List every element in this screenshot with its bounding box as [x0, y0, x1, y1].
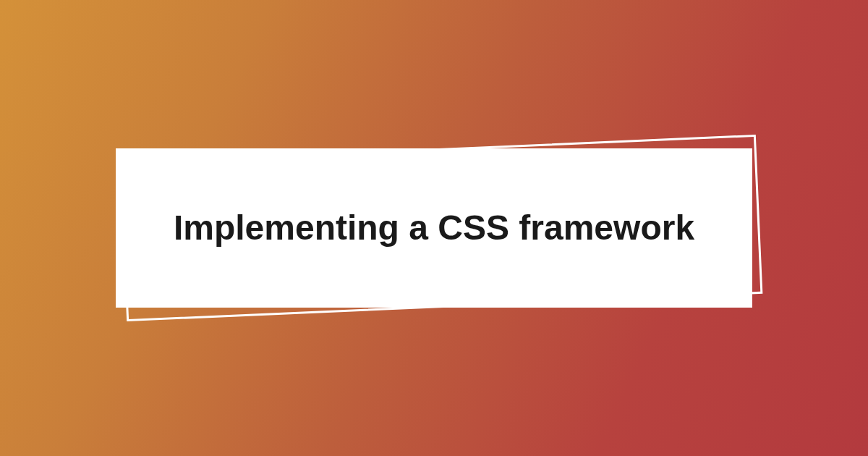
- card-title: Implementing a CSS framework: [130, 206, 738, 250]
- title-card: Implementing a CSS framework: [116, 148, 752, 308]
- title-card-wrapper: Implementing a CSS framework: [116, 148, 752, 308]
